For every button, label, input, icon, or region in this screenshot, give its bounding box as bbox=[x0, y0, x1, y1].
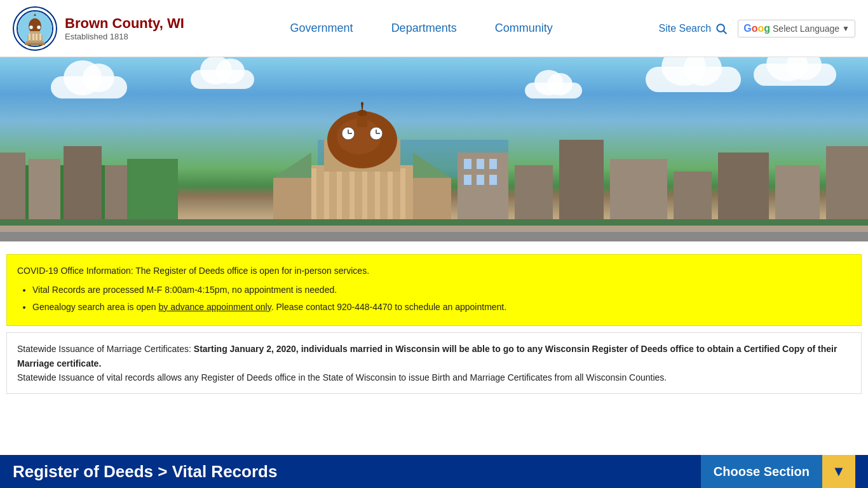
site-search[interactable]: Site Search bbox=[659, 22, 728, 35]
svg-point-13 bbox=[29, 25, 33, 29]
svg-marker-47 bbox=[273, 152, 311, 178]
svg-rect-7 bbox=[29, 34, 31, 40]
content-area: COVID-19 Office Information: The Registe… bbox=[0, 241, 868, 407]
choose-section-button[interactable]: Choose Section ▼ bbox=[701, 455, 855, 488]
google-translate-widget[interactable]: Goog Select Language ▼ bbox=[738, 20, 855, 37]
svg-rect-12 bbox=[25, 43, 45, 45]
logo-circle bbox=[13, 6, 57, 51]
svg-rect-65 bbox=[0, 232, 868, 241]
svg-rect-9 bbox=[36, 34, 37, 40]
svg-rect-60 bbox=[464, 175, 471, 185]
translate-label: Select Language bbox=[773, 24, 839, 34]
marriage-text-2: Statewide Issuance of vital records allo… bbox=[17, 370, 851, 384]
svg-rect-10 bbox=[39, 34, 41, 40]
search-icon bbox=[715, 22, 728, 35]
cloud-3 bbox=[646, 67, 741, 92]
covid-bullet-1: Vital Records are processed M-F 8:00am-4… bbox=[32, 283, 851, 297]
svg-rect-58 bbox=[477, 159, 484, 169]
header-right: Site Search Goog Select Language ▼ bbox=[659, 20, 856, 37]
cloud-4 bbox=[525, 83, 582, 98]
svg-rect-8 bbox=[32, 34, 34, 40]
svg-point-15 bbox=[717, 24, 725, 32]
svg-rect-57 bbox=[464, 159, 471, 169]
nav-community[interactable]: Community bbox=[495, 22, 553, 35]
cloud-1 bbox=[51, 76, 127, 98]
main-nav: Government Departments Community bbox=[184, 22, 659, 35]
hero-image bbox=[0, 57, 868, 241]
site-title: Brown County, WI bbox=[65, 15, 184, 32]
cloud-5 bbox=[754, 64, 836, 86]
choose-section-label: Choose Section bbox=[701, 455, 822, 488]
marriage-label: Statewide Issuance of Marriage Certifica… bbox=[17, 344, 191, 354]
cloud-2 bbox=[191, 70, 254, 89]
logo-text: Brown County, WI Established 1818 bbox=[65, 15, 184, 41]
covid-bullet-2-suffix: . Please contact 920-448-4470 to schedul… bbox=[271, 302, 506, 312]
site-subtitle: Established 1818 bbox=[65, 32, 184, 41]
header: Brown County, WI Established 1818 Govern… bbox=[0, 0, 868, 57]
covid-alert: COVID-19 Office Information: The Registe… bbox=[6, 254, 862, 326]
genealogy-link[interactable]: by advance appoinment only bbox=[158, 302, 271, 312]
covid-bullet-2: Genealogy search area is open by advance… bbox=[32, 300, 851, 314]
translate-arrow-icon: ▼ bbox=[842, 24, 850, 33]
svg-rect-59 bbox=[489, 159, 497, 169]
svg-rect-5 bbox=[33, 18, 37, 24]
logo-area: Brown County, WI Established 1818 bbox=[13, 6, 184, 51]
covid-bullet-2-prefix: Genealogy search area is open bbox=[32, 302, 158, 312]
svg-rect-61 bbox=[477, 175, 484, 185]
svg-point-14 bbox=[37, 25, 41, 29]
google-g-icon: Goog bbox=[743, 23, 770, 34]
footer-title: Register of Deeds > Vital Records bbox=[13, 462, 701, 482]
covid-main-text: COVID-19 Office Information: The Registe… bbox=[17, 264, 851, 278]
city-skyline bbox=[0, 102, 868, 241]
search-label: Site Search bbox=[659, 23, 712, 34]
footer-bar: Register of Deeds > Vital Records Choose… bbox=[0, 455, 868, 488]
nav-departments[interactable]: Departments bbox=[391, 22, 457, 35]
svg-line-16 bbox=[724, 30, 727, 34]
marriage-info: Statewide Issuance of Marriage Certifica… bbox=[6, 332, 862, 394]
svg-rect-62 bbox=[489, 175, 497, 185]
covid-bullets: Vital Records are processed M-F 8:00am-4… bbox=[32, 283, 851, 314]
choose-section-arrow-icon: ▼ bbox=[822, 455, 855, 488]
nav-government[interactable]: Government bbox=[290, 22, 353, 35]
marriage-text-1: Statewide Issuance of Marriage Certifica… bbox=[17, 342, 851, 370]
logo-building-icon bbox=[16, 10, 54, 48]
